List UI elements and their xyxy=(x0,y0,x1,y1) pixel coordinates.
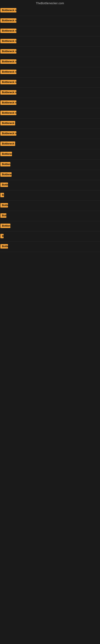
bottleneck-result-badge[interactable]: Bottleneck xyxy=(0,172,12,177)
bottleneck-result-badge[interactable]: Bottlene xyxy=(0,224,10,228)
bottleneck-result-badge[interactable]: Bottleneck result xyxy=(0,80,16,84)
bottleneck-result-badge[interactable]: Bottleneck result xyxy=(0,8,16,12)
bottleneck-result-badge[interactable]: Bottleneck result xyxy=(0,111,16,115)
bottleneck-result-badge[interactable]: Bottleneck result xyxy=(0,59,16,64)
result-item: Bott xyxy=(0,211,100,221)
result-item: Bottleneck result xyxy=(0,16,100,26)
result-item: B xyxy=(0,232,100,242)
bottleneck-result-badge[interactable]: Bott xyxy=(0,213,6,218)
bottleneck-result-badge[interactable]: Bottle xyxy=(0,203,8,208)
bottleneck-result-badge[interactable]: Bottleneck result xyxy=(0,90,16,94)
bottleneck-result-badge[interactable]: Bottleneck r xyxy=(0,152,12,156)
result-item: Bottleneck r xyxy=(0,149,100,160)
result-item: Bottle xyxy=(0,180,100,190)
bottleneck-result-badge[interactable]: Bottleneck result xyxy=(0,28,16,33)
bottleneck-result-badge[interactable]: Bottleneck result xyxy=(0,39,16,43)
result-item: Bottleneck result xyxy=(0,108,100,118)
result-item: Bottleneck resul xyxy=(0,139,100,149)
result-item: Bottleneck result xyxy=(0,57,100,67)
result-item: Bottleneck result xyxy=(0,78,100,88)
result-item: Bottleneck result xyxy=(0,6,100,16)
bottleneck-result-badge[interactable]: Bottleneck result xyxy=(0,131,16,136)
result-item: Bottleneck result xyxy=(0,26,100,36)
bottleneck-result-badge[interactable]: Bottleneck result xyxy=(0,18,16,23)
result-item: Bottle xyxy=(0,201,100,211)
result-item: Bottleneck xyxy=(0,170,100,180)
bottleneck-result-badge[interactable]: Bottle xyxy=(0,244,8,248)
result-item: Bottlene xyxy=(0,160,100,170)
result-item: Bottleneck result xyxy=(0,98,100,108)
bottleneck-result-badge[interactable]: Bottle xyxy=(0,182,8,187)
bottleneck-result-badge[interactable]: Bottlene xyxy=(0,162,10,166)
bottleneck-result-badge[interactable]: Bottleneck result xyxy=(0,100,16,105)
site-title: TheBottlenecker.com xyxy=(0,0,100,6)
result-item: Bottlene xyxy=(0,221,100,232)
bottleneck-result-badge[interactable]: Bottleneck resul xyxy=(0,121,15,126)
result-item: Bo xyxy=(0,190,100,201)
result-item: Bottleneck result xyxy=(0,36,100,47)
bottleneck-result-badge[interactable]: Bottleneck result xyxy=(0,70,16,74)
result-item: Bottle xyxy=(0,242,100,252)
bottleneck-result-badge[interactable]: B xyxy=(0,234,3,238)
bottleneck-result-badge[interactable]: Bo xyxy=(0,193,4,197)
result-item: Bottleneck result xyxy=(0,88,100,98)
result-item: Bottleneck result xyxy=(0,129,100,139)
bottleneck-result-badge[interactable]: Bottleneck resul xyxy=(0,142,15,146)
bottleneck-result-badge[interactable]: Bottleneck result xyxy=(0,49,16,54)
result-item: Bottleneck result xyxy=(0,67,100,78)
result-item: Bottleneck resul xyxy=(0,118,100,129)
result-item: Bottleneck result xyxy=(0,47,100,57)
results-list: Bottleneck resultBottleneck resultBottle… xyxy=(0,6,100,252)
site-title-container: TheBottlenecker.com xyxy=(0,0,100,6)
